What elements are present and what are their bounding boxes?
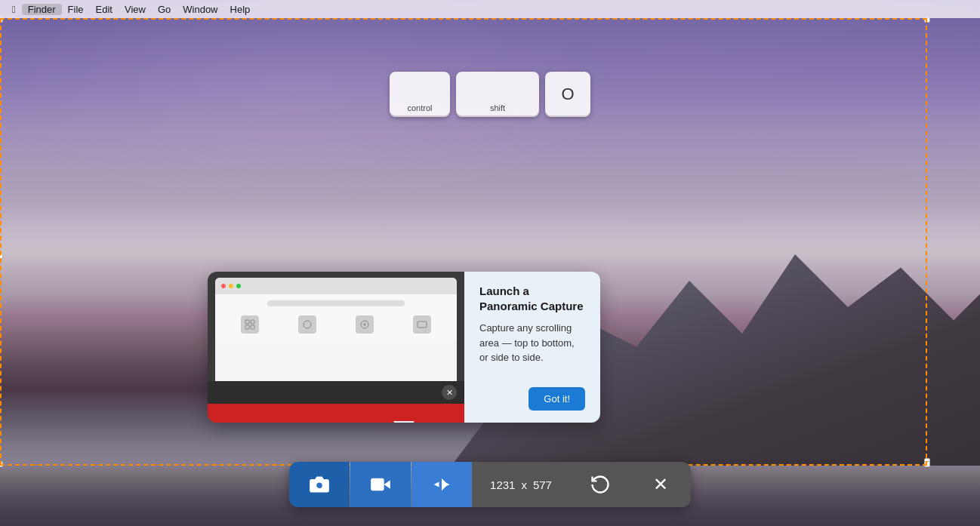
dot-green [236, 284, 241, 288]
camera-button[interactable] [289, 462, 350, 507]
svg-rect-5 [418, 321, 427, 328]
rotate-button[interactable] [570, 462, 630, 507]
tooltip-image-close[interactable]: ✕ [442, 385, 457, 400]
svg-rect-1 [251, 320, 254, 324]
sky-overlay [0, 0, 980, 315]
panoramic-button[interactable] [411, 462, 472, 507]
svg-rect-8 [371, 478, 384, 491]
mock-icon-1 [241, 315, 259, 334]
width-value: 1231 [490, 478, 515, 491]
svg-marker-7 [384, 480, 390, 489]
handle-bot-left[interactable] [0, 461, 3, 467]
key-shift: shift [456, 72, 539, 117]
keyboard-shortcut-display: control shift O [390, 72, 590, 117]
menu-help[interactable]: Help [224, 4, 257, 15]
key-control: control [390, 72, 450, 117]
close-button[interactable]: ✕ [630, 462, 691, 507]
apple-menu[interactable]:  [6, 4, 22, 15]
mock-icons-row [221, 315, 451, 334]
got-it-button[interactable]: Got it! [529, 387, 585, 411]
menu-edit[interactable]: Edit [90, 4, 119, 15]
bottom-toolbar: 1231 x 577 ✕ [289, 462, 691, 507]
menu-bar:  Finder File Edit View Go Window Help [0, 0, 980, 18]
svg-rect-3 [251, 325, 254, 329]
mock-browser-content [215, 294, 457, 340]
svg-point-6 [316, 482, 322, 489]
mock-search-bar [267, 300, 405, 306]
svg-rect-2 [245, 325, 249, 329]
dimensions-display: 1231 x 577 [472, 462, 570, 507]
mock-icon-2 [298, 315, 316, 334]
menu-file[interactable]: File [62, 4, 90, 15]
close-icon: ✕ [653, 474, 668, 495]
tooltip-description: Capture any scrolling area — top to bott… [479, 321, 585, 365]
video-button[interactable] [350, 462, 411, 507]
key-shift-label: shift [490, 103, 505, 112]
height-value: 577 [533, 478, 552, 491]
tooltip-title: Launch a Panoramic Capture [479, 284, 585, 313]
handle-bot-right[interactable] [924, 461, 930, 467]
camera-icon [309, 474, 330, 495]
red-progress-bar [208, 404, 464, 423]
dot-yellow [229, 284, 233, 288]
tooltip-arrow [393, 421, 414, 423]
svg-point-4 [304, 321, 311, 328]
x-separator: x [521, 478, 527, 491]
panoramic-icon [431, 474, 452, 495]
tooltip-content: Launch a Panoramic Capture Capture any s… [464, 272, 600, 423]
mock-browser-bar [215, 278, 457, 294]
menu-go[interactable]: Go [152, 4, 177, 15]
key-o-label: O [561, 85, 574, 104]
tooltip-image: ✕ [208, 272, 464, 423]
menu-finder[interactable]: Finder [22, 4, 62, 15]
menu-window[interactable]: Window [177, 4, 223, 15]
key-control-label: control [407, 103, 432, 112]
key-o: O [545, 72, 590, 117]
video-icon [370, 474, 391, 495]
menu-view[interactable]: View [119, 4, 152, 15]
svg-rect-0 [245, 320, 249, 324]
mock-icon-3 [356, 315, 374, 334]
rotate-icon [590, 474, 611, 495]
dot-red [221, 284, 226, 288]
handle-mid-left[interactable] [0, 253, 3, 259]
mock-icon-4 [413, 315, 431, 334]
tooltip-popup: ✕ Launch a Panoramic Capture Capture any… [208, 272, 600, 423]
